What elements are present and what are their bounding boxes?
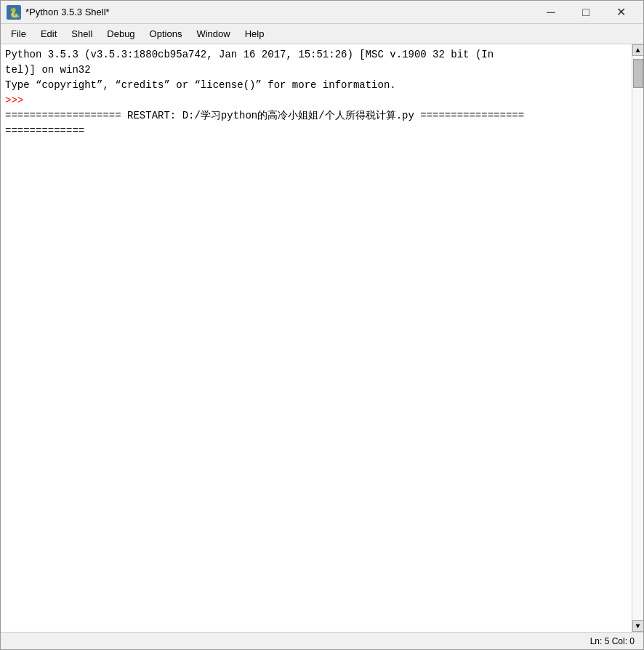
- menu-debug[interactable]: Debug: [100, 25, 142, 42]
- prompt-1: >>>: [5, 95, 30, 106]
- menu-window[interactable]: Window: [189, 25, 237, 42]
- menu-file[interactable]: File: [4, 25, 33, 42]
- close-button[interactable]: ✕: [604, 2, 637, 23]
- window-controls: ─ □ ✕: [534, 2, 637, 23]
- title-bar: 🐍 *Python 3.5.3 Shell* ─ □ ✕: [1, 1, 643, 24]
- cursor-position: Ln: 5 Col: 0: [590, 636, 635, 646]
- shell-output[interactable]: Python 3.5.3 (v3.5.3:1880cb95a742, Jan 1…: [1, 44, 632, 632]
- scroll-down-button[interactable]: ▼: [632, 620, 644, 632]
- restart-line: =================== RESTART: D:/学习python…: [5, 110, 524, 121]
- restart-continuation: =============: [5, 125, 84, 137]
- minimize-button[interactable]: ─: [534, 2, 568, 23]
- menu-bar: File Edit Shell Debug Options Window Hel…: [1, 24, 643, 44]
- main-window: 🐍 *Python 3.5.3 Shell* ─ □ ✕ File Edit S…: [0, 0, 644, 650]
- output-line-2: tel)] on win32: [5, 64, 91, 76]
- status-bar: Ln: 5 Col: 0: [1, 632, 643, 649]
- menu-help[interactable]: Help: [238, 25, 272, 42]
- scrollbar: ▲ ▼: [632, 44, 643, 632]
- scroll-track[interactable]: [632, 56, 643, 620]
- output-line-1: Python 3.5.3 (v3.5.3:1880cb95a742, Jan 1…: [5, 49, 494, 60]
- window-title: *Python 3.5.3 Shell*: [25, 7, 534, 17]
- scroll-up-button[interactable]: ▲: [632, 44, 644, 56]
- maximize-button[interactable]: □: [569, 2, 603, 23]
- menu-options[interactable]: Options: [142, 25, 190, 42]
- menu-shell[interactable]: Shell: [64, 25, 100, 42]
- output-line-3: Type “copyright”, “credits” or “license(…: [5, 79, 396, 91]
- scroll-thumb[interactable]: [633, 59, 643, 88]
- svg-text:🐍: 🐍: [9, 7, 21, 19]
- app-icon: 🐍: [7, 5, 21, 20]
- shell-area: Python 3.5.3 (v3.5.3:1880cb95a742, Jan 1…: [1, 44, 643, 632]
- menu-edit[interactable]: Edit: [33, 25, 64, 42]
